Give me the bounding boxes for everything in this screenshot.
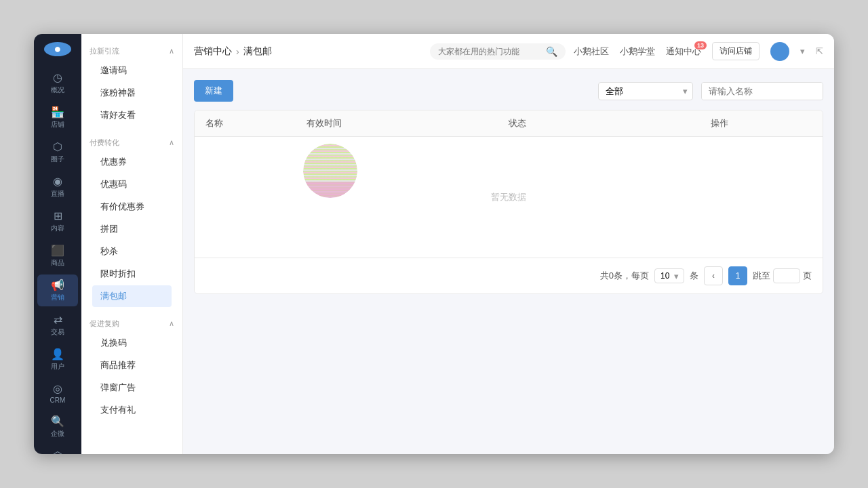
per-page-wrapper: 10 20 50 <box>654 268 684 283</box>
search-icon: 🔍 <box>546 46 557 57</box>
notification-badge: 13 <box>694 41 707 49</box>
sidebar-item-overview[interactable]: ◷ 概况 <box>37 67 78 99</box>
section-repurchase: 促进复购 ∧ 兑换码 商品推荐 弹窗广告 支付有礼 <box>81 312 182 426</box>
filter-row: 全部 🔍 <box>598 82 823 100</box>
sub-item-popup-ad[interactable]: 弹窗广告 <box>92 377 172 399</box>
sidebar-item-live[interactable]: ◉ 直播 <box>37 171 78 203</box>
breadcrumb-item-2: 满包邮 <box>243 45 272 58</box>
sub-item-grow-fans[interactable]: 涨粉神器 <box>92 82 172 104</box>
section-paid-convert: 付费转化 ∧ 优惠券 优惠码 有价优惠券 拼团 秒杀 限时折扣 满包邮 <box>81 131 182 312</box>
page-unit: 页 <box>803 270 812 282</box>
sub-item-gift-pay[interactable]: 支付有礼 <box>92 399 172 421</box>
topbar-link-academy[interactable]: 小鹅学堂 <box>620 45 655 58</box>
content-icon: ⊞ <box>54 209 62 222</box>
crm-icon: ◎ <box>53 382 62 395</box>
section-paid-convert-header[interactable]: 付费转化 ∧ <box>90 135 174 150</box>
sub-sidebar: 拉新引流 ∧ 邀请码 涨粉神器 请好友看 付费转化 ∧ 优惠券 优惠码 有价优惠… <box>81 34 183 454</box>
transaction-icon: ⇄ <box>54 313 62 326</box>
section-repurchase-header[interactable]: 促进复购 ∧ <box>90 316 174 331</box>
sidebar-item-marketing[interactable]: 📢 营销 <box>37 274 78 306</box>
pagination-total: 共0条，每页 <box>600 270 649 282</box>
sub-item-valued-coupon[interactable]: 有价优惠券 <box>92 196 172 218</box>
col-time: 有效时间 <box>307 117 509 129</box>
topbar-links: 小鹅社区 小鹅学堂 通知中心 13 访问店铺 ▾ ⇱ <box>574 42 823 61</box>
name-search-input[interactable] <box>702 83 823 100</box>
app-window: ● ◷ 概况 🏪 店铺 ⬡ 圈子 ◉ 直播 ⊞ 内容 ⬛ <box>34 34 834 454</box>
col-action: 操作 <box>711 117 812 129</box>
sub-item-invite-code[interactable]: 邀请码 <box>92 60 172 81</box>
sub-item-time-discount[interactable]: 限时折扣 <box>92 263 172 285</box>
goto-label: 跳至 <box>753 270 770 282</box>
sub-item-full-free-ship[interactable]: 满包邮 <box>92 285 172 307</box>
store-icon: 🏪 <box>51 106 64 119</box>
toolbar: 新建 全部 🔍 <box>194 80 823 102</box>
empty-text: 暂无数据 <box>491 191 526 203</box>
sub-item-invite-friends[interactable]: 请好友看 <box>92 104 172 126</box>
prev-page-button[interactable]: ‹ <box>704 266 723 285</box>
per-page-select[interactable]: 10 20 50 <box>654 268 684 283</box>
breadcrumb: 营销中心 › 满包邮 <box>194 45 272 58</box>
topbar-search-input[interactable] <box>438 47 542 56</box>
chevron-down-icon[interactable]: ▾ <box>800 46 805 56</box>
per-page-unit: 条 <box>690 270 698 282</box>
user-icon: 👤 <box>51 348 64 361</box>
avatar[interactable] <box>770 42 789 61</box>
filter-select[interactable]: 全部 <box>598 82 693 100</box>
goods-icon: ⬛ <box>51 244 64 257</box>
data-icon: ⬡ <box>53 449 62 454</box>
topbar: 营销中心 › 满包邮 🔍 小鹅社区 小鹅学堂 通知中心 13 访问店铺 <box>183 34 834 69</box>
expand-icon[interactable]: ⇱ <box>816 46 823 56</box>
filter-select-wrapper: 全部 <box>598 82 693 100</box>
enterprise-icon: 🔍 <box>51 415 64 428</box>
sidebar-item-crm[interactable]: ◎ CRM <box>37 378 78 408</box>
section-pull-new: 拉新引流 ∧ 邀请码 涨粉神器 请好友看 <box>81 39 182 131</box>
breadcrumb-separator: › <box>236 46 239 57</box>
app-logo: ● <box>44 42 71 56</box>
content-area: 新建 全部 🔍 <box>183 69 834 454</box>
sub-item-coupon-code[interactable]: 优惠码 <box>92 174 172 195</box>
notification-button[interactable]: 通知中心 13 <box>666 45 701 58</box>
sidebar-item-content[interactable]: ⊞ 内容 <box>37 205 78 237</box>
current-page-button[interactable]: 1 <box>728 266 747 285</box>
visit-store-button[interactable]: 访问店铺 <box>712 42 760 60</box>
sidebar-item-group[interactable]: ⬡ 圈子 <box>37 136 78 168</box>
pagination: 共0条，每页 10 20 50 条 ‹ 1 跳至 <box>195 258 823 293</box>
sidebar-item-store[interactable]: 🏪 店铺 <box>37 102 78 134</box>
sub-item-group-buy[interactable]: 拼团 <box>92 218 172 240</box>
section-pull-new-header[interactable]: 拉新引流 ∧ <box>90 43 174 59</box>
data-table: 名称 有效时间 状态 操作 暂无数据 共0条，每页 <box>194 110 823 294</box>
table-header: 名称 有效时间 状态 操作 <box>195 110 823 137</box>
breadcrumb-item-1: 营销中心 <box>194 45 232 58</box>
sidebar-item-user[interactable]: 👤 用户 <box>37 344 78 375</box>
sub-item-coupon[interactable]: 优惠券 <box>92 151 172 173</box>
loading-spinner <box>303 144 357 198</box>
topbar-link-community[interactable]: 小鹅社区 <box>574 45 609 58</box>
sidebar-item-transaction[interactable]: ⇄ 交易 <box>37 309 78 341</box>
sub-item-flash-sale[interactable]: 秒杀 <box>92 241 172 262</box>
overview-icon: ◷ <box>53 71 62 84</box>
main-area: 营销中心 › 满包邮 🔍 小鹅社区 小鹅学堂 通知中心 13 访问店铺 <box>183 34 834 454</box>
sidebar-item-enterprise[interactable]: 🔍 企微 <box>37 411 78 443</box>
goto-input[interactable] <box>773 268 800 283</box>
marketing-icon: 📢 <box>51 279 64 291</box>
sidebar: ● ◷ 概况 🏪 店铺 ⬡ 圈子 ◉ 直播 ⊞ 内容 ⬛ <box>34 34 81 454</box>
table-empty-state: 暂无数据 <box>195 137 823 258</box>
app-container: ● ◷ 概况 🏪 店铺 ⬡ 圈子 ◉ 直播 ⊞ 内容 ⬛ <box>34 34 834 454</box>
page-goto: 跳至 页 <box>753 268 812 283</box>
col-name: 名称 <box>205 117 307 129</box>
col-status: 状态 <box>509 117 711 129</box>
sidebar-item-data[interactable]: ⬡ 数据 <box>37 445 78 454</box>
name-search-box[interactable]: 🔍 <box>701 82 823 100</box>
sub-item-product-recommend[interactable]: 商品推荐 <box>92 354 172 376</box>
live-icon: ◉ <box>53 175 62 188</box>
sidebar-item-goods[interactable]: ⬛ 商品 <box>37 240 78 272</box>
new-button[interactable]: 新建 <box>194 80 233 102</box>
group-icon: ⬡ <box>53 140 62 153</box>
sub-item-redeem-code[interactable]: 兑换码 <box>92 332 172 354</box>
topbar-search[interactable]: 🔍 <box>430 43 566 60</box>
